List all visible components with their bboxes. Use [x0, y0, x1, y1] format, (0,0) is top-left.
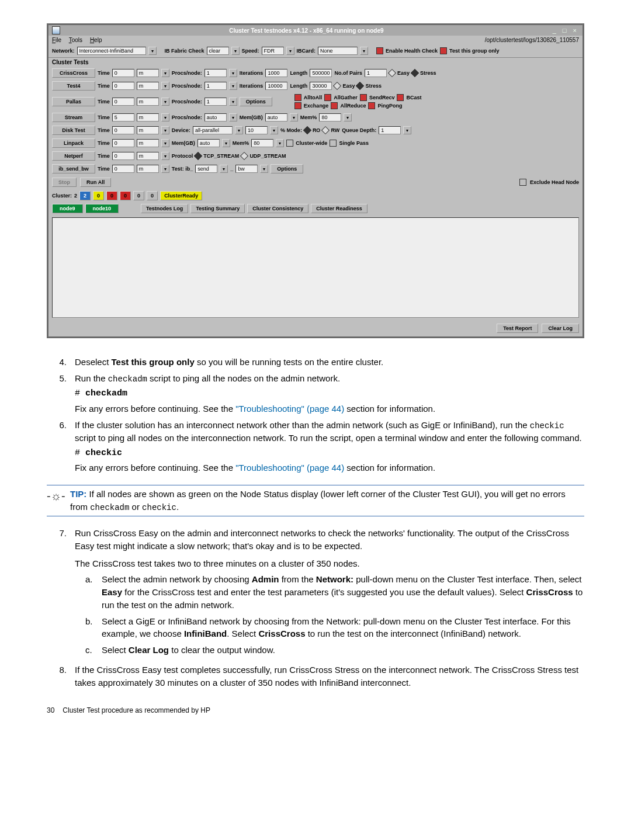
- dropdown-icon[interactable]: ▾: [229, 113, 237, 122]
- sendrecv-checkbox[interactable]: [360, 94, 367, 101]
- crisscross-iters-field[interactable]: 1000: [265, 69, 287, 77]
- pallas-time-field[interactable]: 0: [112, 98, 134, 106]
- ibsendbw-button[interactable]: ib_send_bw: [52, 164, 95, 173]
- dropdown-icon[interactable]: ▾: [270, 126, 278, 134]
- crisscross-unit-field[interactable]: m: [137, 69, 159, 77]
- dropdown-icon[interactable]: ▾: [222, 139, 230, 147]
- dropdown-icon[interactable]: ▾: [290, 113, 298, 122]
- linpack-mempct-field[interactable]: 80: [251, 139, 273, 147]
- easy-radio-icon[interactable]: [388, 69, 396, 77]
- udp-radio-icon[interactable]: [240, 152, 248, 160]
- ibcard-dropdown-icon[interactable]: ▾: [360, 47, 368, 55]
- disk-time-field[interactable]: 0: [112, 126, 134, 134]
- stream-mempct-field[interactable]: 80: [319, 113, 341, 122]
- menu-help[interactable]: Help: [90, 37, 102, 43]
- dropdown-icon[interactable]: ▾: [161, 126, 169, 134]
- group-only-checkbox[interactable]: [440, 47, 447, 54]
- bcast-checkbox[interactable]: [397, 94, 404, 101]
- stress-radio-icon[interactable]: [411, 69, 419, 77]
- alltoall-checkbox[interactable]: [294, 94, 301, 101]
- crisscross-pairs-field[interactable]: 1: [365, 69, 387, 77]
- ibfabric-dropdown-icon[interactable]: ▾: [231, 47, 240, 55]
- node9-tab[interactable]: node9: [52, 204, 83, 213]
- disk-queue-field[interactable]: 1: [379, 126, 401, 134]
- test-report-button[interactable]: Test Report: [497, 324, 538, 333]
- pallas-button[interactable]: Pallas: [52, 97, 95, 106]
- menu-file[interactable]: FFileile: [52, 37, 61, 43]
- exchange-checkbox[interactable]: [294, 102, 301, 109]
- dropdown-icon[interactable]: ▾: [229, 69, 237, 77]
- dropdown-icon[interactable]: ▾: [229, 82, 237, 90]
- crisscross-time-field[interactable]: 0: [112, 69, 134, 77]
- ibfabric-field[interactable]: clear: [207, 47, 229, 55]
- test4-iters-field[interactable]: 10000: [265, 82, 287, 90]
- testing-summary-tab[interactable]: Testing Summary: [190, 204, 245, 213]
- ibsendbw-options-button[interactable]: Options: [271, 164, 303, 173]
- ibsendbw-test2-field[interactable]: bw: [235, 165, 258, 173]
- dropdown-icon[interactable]: ▾: [161, 82, 169, 90]
- stream-unit-field[interactable]: m: [137, 113, 159, 122]
- dropdown-icon[interactable]: ▾: [260, 165, 268, 173]
- health-check-checkbox[interactable]: [376, 47, 383, 54]
- ibsendbw-unit-field[interactable]: m: [137, 165, 159, 173]
- easy-radio-icon[interactable]: [333, 82, 341, 90]
- linpack-time-field[interactable]: 0: [112, 139, 134, 147]
- netperf-button[interactable]: Netperf: [52, 151, 95, 161]
- dropdown-icon[interactable]: ▾: [161, 139, 169, 147]
- pallas-options-button[interactable]: Options: [240, 97, 272, 106]
- menu-tools[interactable]: Tools: [69, 37, 82, 43]
- stream-memgb-field[interactable]: auto: [265, 113, 287, 122]
- disk-ten-field[interactable]: 10: [245, 126, 268, 134]
- network-field[interactable]: Interconnect-InfiniBand: [77, 47, 146, 55]
- crisscross-procs-field[interactable]: 1: [204, 69, 227, 77]
- linpack-button[interactable]: Linpack: [52, 138, 95, 148]
- test4-len-field[interactable]: 30000: [310, 82, 332, 90]
- pallas-unit-field[interactable]: m: [137, 98, 159, 106]
- crisscross-button[interactable]: CrissCross: [52, 68, 95, 78]
- crisscross-len-field[interactable]: 500000: [310, 69, 332, 77]
- single-pass-checkbox[interactable]: [330, 140, 337, 147]
- dropdown-icon[interactable]: ▾: [161, 152, 169, 160]
- pallas-procs-field[interactable]: 1: [204, 98, 227, 106]
- cluster-readiness-tab[interactable]: Cluster Readiness: [311, 204, 367, 213]
- stop-button[interactable]: Stop: [52, 178, 77, 187]
- step-5-link[interactable]: "Troubleshooting" (page 44): [235, 404, 344, 414]
- dropdown-icon[interactable]: ▾: [161, 98, 169, 106]
- stream-button[interactable]: Stream: [52, 113, 95, 122]
- speed-dropdown-icon[interactable]: ▾: [286, 47, 294, 55]
- exclude-head-checkbox[interactable]: [519, 179, 526, 186]
- dropdown-icon[interactable]: ▾: [161, 113, 169, 122]
- test4-unit-field[interactable]: m: [137, 82, 159, 90]
- node10-tab[interactable]: node10: [85, 204, 119, 213]
- run-all-button[interactable]: Run All: [80, 178, 111, 187]
- window-buttons[interactable]: _ □ ×: [553, 27, 579, 34]
- ro-radio-icon[interactable]: [303, 126, 311, 134]
- dropdown-icon[interactable]: ▾: [276, 139, 284, 147]
- dropdown-icon[interactable]: ▾: [229, 98, 237, 106]
- stream-time-field[interactable]: 5: [112, 113, 134, 122]
- stream-procs-field[interactable]: auto: [204, 113, 227, 122]
- stress-radio-icon[interactable]: [356, 82, 364, 90]
- allgather-checkbox[interactable]: [324, 94, 331, 101]
- dropdown-icon[interactable]: ▾: [403, 126, 411, 134]
- dropdown-icon[interactable]: ▾: [161, 165, 169, 173]
- linpack-unit-field[interactable]: m: [137, 139, 159, 147]
- network-dropdown-icon[interactable]: ▾: [148, 47, 157, 55]
- dropdown-icon[interactable]: ▾: [220, 165, 228, 173]
- speed-field[interactable]: FDR: [262, 47, 284, 55]
- testnodes-log-tab[interactable]: Testnodes Log: [141, 204, 188, 213]
- cluster-wide-checkbox[interactable]: [286, 140, 293, 147]
- disk-device-field[interactable]: all-parallel: [193, 126, 233, 134]
- tcp-radio-icon[interactable]: [194, 152, 202, 160]
- netperf-unit-field[interactable]: m: [137, 152, 159, 160]
- disk-unit-field[interactable]: m: [137, 126, 159, 134]
- ibsendbw-test1-field[interactable]: send: [195, 165, 217, 173]
- netperf-time-field[interactable]: 0: [112, 152, 134, 160]
- clear-log-button[interactable]: Clear Log: [542, 324, 579, 333]
- disk-button[interactable]: Disk Test: [52, 126, 95, 135]
- ibcard-field[interactable]: None: [318, 47, 358, 55]
- rw-radio-icon[interactable]: [321, 126, 330, 134]
- test4-time-field[interactable]: 0: [112, 82, 134, 90]
- step-6-link[interactable]: "Troubleshooting" (page 44): [235, 463, 344, 473]
- allreduce-checkbox[interactable]: [331, 102, 338, 109]
